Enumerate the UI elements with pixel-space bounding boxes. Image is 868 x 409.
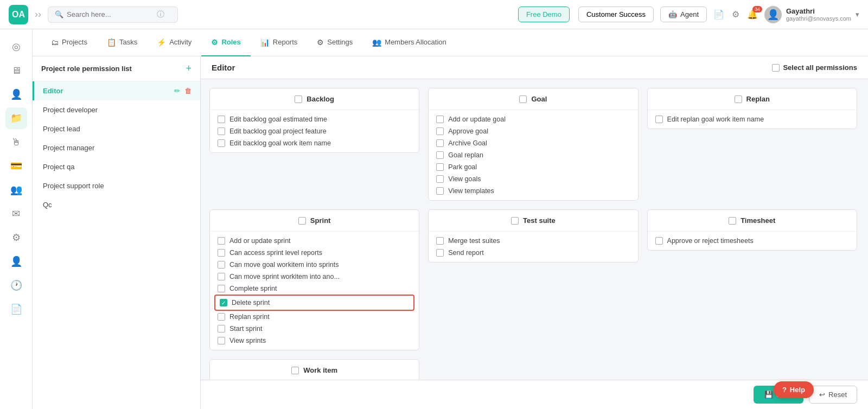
checkbox-approve-reject-ts[interactable] — [655, 237, 663, 245]
perm-merge-test-suites: Merge test suites — [436, 237, 630, 245]
sidebar-item-reports[interactable]: 📄 — [5, 298, 27, 320]
replan-header-checkbox[interactable] — [735, 95, 742, 103]
edit-role-icon[interactable]: ✏ — [174, 144, 180, 152]
sprint-section-body: Add or update sprint Can access sprint l… — [210, 232, 419, 350]
replan-section: Replan Edit replan goal work item name — [647, 88, 857, 129]
checkbox-move-sprint-workitem[interactable] — [218, 273, 225, 280]
sidebar-item-users[interactable]: 👤 — [5, 84, 27, 105]
checkbox-view-goals[interactable] — [436, 175, 444, 183]
delete-role-icon[interactable]: 🗑 — [184, 125, 192, 133]
delete-role-icon[interactable]: 🗑 — [184, 182, 192, 190]
checkbox-move-goal-workitem[interactable] — [218, 261, 225, 269]
checkbox-access-sprint-reports[interactable] — [218, 249, 225, 257]
edit-role-icon[interactable]: ✏ — [174, 125, 180, 133]
sidebar-item-cards[interactable]: 💳 — [5, 155, 27, 177]
perm-delete-sprint: ✓ Delete sprint — [214, 295, 414, 311]
checkbox-start-sprint[interactable] — [218, 325, 225, 333]
tab-members[interactable]: 👥 Members Allocation — [362, 29, 456, 56]
tab-roles[interactable]: ⚙ Roles — [201, 29, 250, 56]
checkbox-add-goal[interactable] — [436, 116, 444, 123]
label-move-sprint-workitem: Can move sprint workitem into ano... — [229, 273, 340, 280]
edit-role-icon[interactable]: ✏ — [174, 201, 180, 209]
reset-button[interactable]: ↩ Reset — [809, 386, 857, 404]
notification-icon[interactable]: 🔔 34 — [747, 9, 758, 20]
checkbox-park-goal[interactable] — [436, 163, 444, 171]
edit-role-icon[interactable]: ✏ — [174, 182, 180, 190]
checkbox-edit-backlog-est[interactable] — [218, 116, 225, 123]
delete-role-icon[interactable]: 🗑 — [184, 87, 192, 95]
backlog-header-checkbox[interactable] — [295, 95, 302, 103]
more-icon[interactable]: ›› — [35, 9, 41, 20]
timesheet-header-checkbox[interactable] — [729, 217, 736, 225]
edit-role-icon[interactable]: ✏ — [174, 87, 180, 95]
tab-reports[interactable]: 📊 Reports — [251, 29, 308, 56]
sidebar-item-clock[interactable]: 🕐 — [5, 274, 27, 296]
checkbox-view-sprints[interactable] — [218, 337, 225, 344]
sidebar-item-overview[interactable]: ◎ — [5, 36, 27, 57]
sidebar-item-dashboard[interactable]: 🖱 — [5, 131, 27, 153]
role-item-label: Qc — [43, 201, 52, 209]
checkbox-edit-backlog-work[interactable] — [218, 139, 225, 147]
test-suite-header-checkbox[interactable] — [511, 217, 519, 225]
checkbox-approve-goal[interactable] — [436, 127, 444, 135]
test-suite-title: Test suite — [523, 216, 556, 225]
sidebar-item-projects[interactable]: 📁 — [5, 107, 27, 129]
sprint-header-checkbox[interactable] — [298, 217, 306, 225]
checkbox-complete-sprint[interactable] — [218, 285, 225, 292]
activity-tab-icon: ⚡ — [157, 38, 166, 47]
settings-icon[interactable]: ⚙ — [732, 9, 739, 20]
timesheet-section-body: Approve or reject timesheets — [648, 232, 857, 250]
search-input[interactable] — [67, 10, 154, 18]
checkbox-view-templates[interactable] — [436, 187, 444, 195]
role-item-label: Project developer — [43, 106, 98, 114]
agent-button[interactable]: 🤖 Agent — [660, 7, 707, 22]
sidebar-item-person[interactable]: 👤 — [5, 251, 27, 272]
delete-role-icon[interactable]: 🗑 — [184, 144, 192, 152]
sidebar-item-settings[interactable]: ⚙ — [5, 227, 27, 248]
checkbox-archive-goal[interactable] — [436, 139, 444, 147]
delete-role-icon[interactable]: 🗑 — [184, 201, 192, 209]
role-item-developer[interactable]: Project developer ✏ 🗑 — [33, 100, 200, 119]
tab-projects[interactable]: 🗂 Projects — [41, 29, 97, 56]
sidebar-item-monitor[interactable]: 🖥 — [5, 60, 27, 81]
checkbox-edit-backlog-proj[interactable] — [218, 127, 225, 135]
label-edit-backlog-proj: Edit backlog goal project feature — [229, 127, 327, 135]
label-view-goals: View goals — [448, 175, 481, 183]
tab-activity[interactable]: ⚡ Activity — [147, 29, 201, 56]
checkbox-replan-sprint[interactable] — [218, 313, 225, 321]
select-all-label[interactable]: Select all permissions — [772, 63, 857, 72]
delete-role-icon[interactable]: 🗑 — [184, 106, 192, 114]
checkbox-add-sprint[interactable] — [218, 237, 225, 245]
projects-tab-icon: 🗂 — [51, 38, 59, 47]
edit-role-icon[interactable]: ✏ — [174, 163, 180, 171]
edit-role-icon[interactable]: ✏ — [174, 106, 180, 114]
tab-tasks[interactable]: 📋 Tasks — [97, 29, 147, 56]
checkbox-edit-replan[interactable] — [655, 116, 663, 123]
checkbox-send-report[interactable] — [436, 249, 444, 257]
sidebar-item-team[interactable]: 👥 — [5, 179, 27, 201]
goal-header-checkbox[interactable] — [519, 95, 527, 103]
free-demo-button[interactable]: Free Demo — [518, 7, 570, 22]
checkbox-delete-sprint[interactable]: ✓ — [220, 299, 227, 306]
help-button[interactable]: ? Help — [774, 381, 814, 398]
document-icon[interactable]: 📄 — [713, 9, 724, 20]
sidebar-item-mail[interactable]: ✉ — [5, 203, 27, 225]
label-replan-sprint: Replan sprint — [229, 313, 270, 321]
customer-success-button[interactable]: Customer Success — [578, 7, 654, 22]
add-role-button[interactable]: + — [186, 63, 192, 74]
checkbox-goal-replan[interactable] — [436, 151, 444, 159]
role-item-qa[interactable]: Project qa ✏ 🗑 — [33, 157, 200, 176]
role-item-qc[interactable]: Qc ✏ 🗑 — [33, 195, 200, 214]
role-item-support[interactable]: Project support role ✏ 🗑 — [33, 176, 200, 195]
delete-role-icon[interactable]: 🗑 — [184, 163, 192, 171]
work-item-header-checkbox[interactable] — [291, 367, 299, 374]
select-all-checkbox[interactable] — [772, 64, 780, 72]
checkbox-merge-test-suites[interactable] — [436, 237, 444, 245]
label-approve-reject-ts: Approve or reject timesheets — [667, 237, 754, 245]
perm-add-sprint: Add or update sprint — [218, 237, 411, 245]
user-menu[interactable]: 👤 Gayathri gayathri@snovasys.com ▾ — [764, 6, 859, 23]
role-item-lead[interactable]: Project lead ✏ 🗑 — [33, 119, 200, 138]
role-item-manager[interactable]: Project manager ✏ 🗑 — [33, 138, 200, 157]
tab-settings[interactable]: ⚙ Settings — [307, 29, 362, 56]
role-item-editor[interactable]: Editor ✏ 🗑 — [33, 81, 200, 100]
